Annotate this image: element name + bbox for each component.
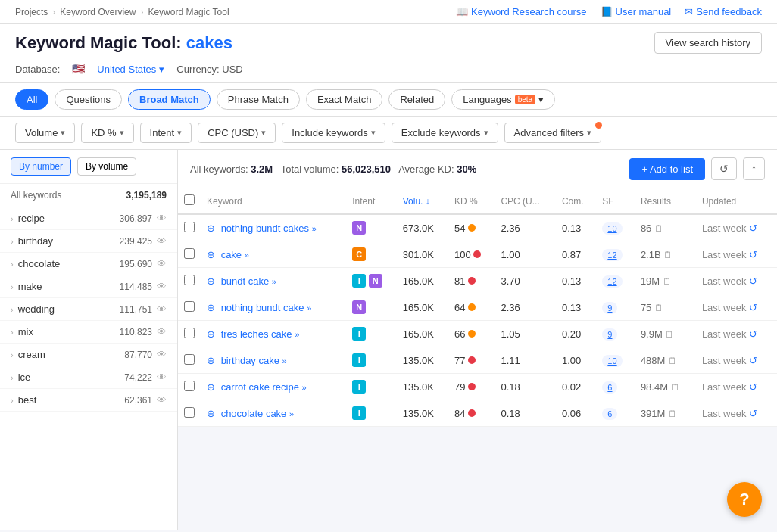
tab-questions[interactable]: Questions [55, 89, 122, 110]
sidebar-item-best[interactable]: › best 62,361 👁 [0, 389, 177, 412]
sidebar-item-ice[interactable]: › ice 74,222 👁 [0, 366, 177, 389]
tab-related[interactable]: Related [388, 89, 445, 110]
user-manual-link[interactable]: 📘 User manual [601, 6, 672, 17]
eye-icon[interactable]: 👁 [157, 349, 167, 360]
add-keyword-icon[interactable]: ⊕ [207, 249, 215, 260]
eye-icon[interactable]: 👁 [157, 303, 167, 315]
refresh-icon[interactable]: ↺ [749, 302, 757, 313]
row-checkbox[interactable] [184, 301, 195, 312]
navigate-icon[interactable]: » [289, 409, 294, 418]
sf-badge[interactable]: 12 [602, 249, 622, 261]
row-checkbox[interactable] [184, 354, 195, 365]
tab-broad-match[interactable]: Broad Match [128, 89, 211, 110]
row-checkbox[interactable] [184, 381, 195, 391]
sidebar-item-birthday[interactable]: › birthday 239,425 👁 [0, 230, 177, 253]
refresh-icon[interactable]: ↺ [749, 249, 757, 260]
help-chat-button[interactable]: ? [727, 482, 762, 517]
eye-icon[interactable]: 👁 [157, 394, 167, 406]
keyword-link[interactable]: tres leches cake [221, 328, 292, 340]
eye-icon[interactable]: 👁 [157, 372, 167, 383]
refresh-icon[interactable]: ↺ [749, 408, 757, 419]
sort-by-volume-button[interactable]: By volume [77, 157, 136, 176]
advanced-filters-button[interactable]: Advanced filters ▾ [504, 123, 602, 143]
sf-badge[interactable]: 10 [602, 355, 622, 367]
export-button[interactable]: ↑ [743, 157, 765, 180]
refresh-icon[interactable]: ↺ [749, 275, 757, 287]
sf-badge[interactable]: 9 [602, 302, 617, 314]
add-keyword-icon[interactable]: ⊕ [207, 328, 215, 340]
row-checkbox[interactable] [184, 328, 195, 338]
sidebar-item-wedding[interactable]: › wedding 111,751 👁 [0, 298, 177, 321]
sidebar-item-make[interactable]: › make 114,485 👁 [0, 275, 177, 298]
eye-icon[interactable]: 👁 [157, 235, 167, 247]
row-checkbox[interactable] [184, 275, 195, 285]
sf-badge[interactable]: 12 [602, 275, 622, 288]
sf-cell: 10 [596, 214, 635, 241]
navigate-icon[interactable]: » [302, 383, 307, 392]
tab-exact-match[interactable]: Exact Match [306, 89, 383, 110]
keyword-link[interactable]: cake [221, 249, 242, 260]
keyword-link[interactable]: nothing bundt cake [221, 302, 304, 313]
navigate-icon[interactable]: » [312, 224, 317, 233]
refresh-icon[interactable]: ↺ [749, 328, 757, 340]
eye-icon[interactable]: 👁 [157, 281, 167, 292]
sidebar-item-chocolate[interactable]: › chocolate 195,690 👁 [0, 253, 177, 275]
keyword-link[interactable]: chocolate cake [221, 408, 287, 419]
kw-research-link[interactable]: 📖 Keyword Research course [456, 6, 586, 17]
kd-filter[interactable]: KD % ▾ [81, 123, 133, 143]
cpc-filter[interactable]: CPC (USD) ▾ [198, 123, 276, 143]
kd-dot [468, 356, 476, 364]
languages-button[interactable]: Languages beta ▾ [451, 89, 555, 110]
row-checkbox[interactable] [184, 407, 195, 418]
row-checkbox[interactable] [184, 222, 195, 232]
row-checkbox[interactable] [184, 248, 195, 259]
sf-badge[interactable]: 6 [602, 408, 617, 420]
sf-badge[interactable]: 9 [602, 328, 617, 341]
select-all-checkbox[interactable] [184, 194, 195, 205]
keyword-link[interactable]: birthday cake [221, 355, 279, 366]
add-keyword-icon[interactable]: ⊕ [207, 275, 215, 287]
view-history-button[interactable]: View search history [654, 32, 762, 54]
add-keyword-icon[interactable]: ⊕ [207, 408, 215, 419]
sidebar-item-mix[interactable]: › mix 110,823 👁 [0, 321, 177, 344]
exclude-keywords-filter[interactable]: Exclude keywords ▾ [392, 123, 498, 143]
add-keyword-icon[interactable]: ⊕ [207, 355, 215, 366]
tab-phrase-match[interactable]: Phrase Match [217, 89, 300, 110]
keyword-link[interactable]: bundt cake [221, 275, 270, 287]
send-feedback-link[interactable]: ✉ Send feedback [685, 6, 762, 17]
navigate-icon[interactable]: » [272, 277, 276, 286]
breadcrumb-keyword-overview[interactable]: Keyword Overview [60, 7, 136, 17]
sidebar-item-recipe[interactable]: › recipe 306,897 👁 [0, 207, 177, 230]
volume-filter[interactable]: Volume ▾ [15, 123, 75, 143]
breadcrumb-projects[interactable]: Projects [15, 7, 48, 17]
refresh-icon[interactable]: ↺ [749, 355, 757, 366]
eye-icon[interactable]: 👁 [157, 213, 167, 224]
keyword-cell: ⊕ tres leches cake » [201, 321, 346, 347]
sort-by-number-button[interactable]: By number [11, 157, 71, 176]
navigate-icon[interactable]: » [295, 330, 299, 339]
tab-all[interactable]: All [15, 89, 48, 110]
book-icon: 📖 [456, 6, 468, 17]
refresh-button[interactable]: ↺ [711, 157, 737, 180]
volume-col-header[interactable]: Volu. ↓ [397, 188, 448, 214]
refresh-icon[interactable]: ↺ [749, 222, 757, 234]
eye-icon[interactable]: 👁 [157, 326, 167, 338]
navigate-icon[interactable]: » [282, 356, 287, 366]
navigate-icon[interactable]: » [245, 250, 249, 260]
sf-badge[interactable]: 10 [602, 222, 622, 235]
add-to-list-button[interactable]: + Add to list [629, 158, 705, 180]
navigate-icon[interactable]: » [307, 303, 311, 313]
eye-icon[interactable]: 👁 [157, 258, 167, 269]
add-keyword-icon[interactable]: ⊕ [207, 222, 215, 234]
refresh-icon[interactable]: ↺ [749, 381, 757, 393]
keyword-link[interactable]: nothing bundt cakes [221, 222, 309, 234]
add-keyword-icon[interactable]: ⊕ [207, 381, 215, 393]
database-value[interactable]: United States ▾ [97, 64, 164, 75]
intent-filter[interactable]: Intent ▾ [140, 123, 192, 143]
select-all-header[interactable] [178, 188, 201, 214]
add-keyword-icon[interactable]: ⊕ [207, 302, 215, 313]
include-keywords-filter[interactable]: Include keywords ▾ [282, 123, 385, 143]
sf-badge[interactable]: 6 [602, 381, 617, 394]
keyword-link[interactable]: carrot cake recipe [221, 381, 299, 393]
sidebar-item-cream[interactable]: › cream 87,770 👁 [0, 344, 177, 366]
